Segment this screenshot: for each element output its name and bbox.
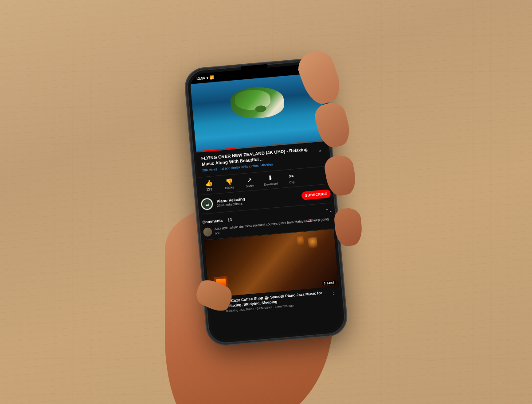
comments-count: 13	[227, 218, 232, 222]
like-icon: 👍	[205, 179, 213, 186]
subscribe-button[interactable]: SUBSCRIBE	[301, 189, 331, 200]
channel-info: Piano Relaxing 238K subscribers	[216, 191, 302, 207]
avatar-inner: 🎹	[202, 199, 212, 210]
share-icon: ↗	[246, 176, 252, 184]
channel-avatar[interactable]: 🎹	[200, 197, 214, 210]
scene: 13:56 ▾ 📶 ✦ ▲ 96%	[0, 0, 532, 404]
phone-wrapper: 13:56 ▾ 📶 ✦ ▲ 96%	[186, 59, 347, 345]
status-left: 13:56 ▾ 📶	[196, 75, 214, 81]
clip-icon: ✂	[289, 172, 294, 180]
download-label: Download	[264, 182, 278, 186]
download-button[interactable]: ⬇ Download	[260, 174, 282, 186]
island-shape	[230, 85, 286, 120]
like-count: 123	[206, 187, 212, 191]
avatar-text: 🎹	[205, 202, 209, 206]
download-icon: ⬇	[267, 174, 273, 182]
status-time: 13:56	[196, 76, 205, 81]
next-views: 6.6M views	[257, 306, 272, 310]
commenter-avatar	[203, 227, 213, 237]
share-button[interactable]: ↗ Share	[239, 175, 260, 188]
wifi-icon: ▾	[206, 76, 208, 80]
clip-button[interactable]: ✂ Clip	[282, 172, 302, 185]
view-count: 20K views	[202, 167, 218, 172]
dislike-icon: 👎	[225, 178, 233, 185]
expand-icon[interactable]: ⌄	[317, 146, 323, 153]
time-ago: 1d ago	[220, 166, 231, 171]
next-time-ago: 8 months ago	[275, 304, 294, 309]
comments-toggle-icon[interactable]: ⌃⌄	[325, 208, 332, 213]
like-button[interactable]: 👍 123	[199, 179, 219, 192]
lamp-glow-2	[297, 236, 304, 248]
clip-label: Clip	[289, 180, 295, 184]
comments-label: Comments	[202, 218, 223, 225]
comments-label-group: Comments 13	[202, 215, 232, 225]
share-label: Share	[246, 184, 254, 188]
dislike-button[interactable]: 👎 Dislike	[219, 177, 239, 190]
signal-icon: 📶	[209, 75, 214, 80]
dislike-label: Dislike	[225, 186, 234, 190]
next-video-more-button[interactable]: ⋮	[330, 289, 337, 303]
lamp-glow-1	[308, 237, 318, 251]
